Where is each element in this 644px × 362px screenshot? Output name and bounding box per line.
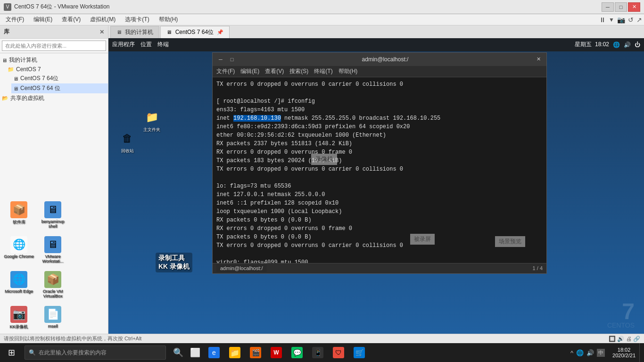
terminal-line: TX packets 183 bytes 20024 (19.5 KiB) (216, 156, 543, 165)
terminal-menu-terminal[interactable]: 终端(T) (314, 67, 332, 75)
centos-icon-folder[interactable]: 📁 主文件夹 (137, 109, 167, 133)
vmware-window: V CentOS 7 64位 - VMware Workstation ─ □ … (0, 0, 644, 343)
taskbar-app-search[interactable]: 🔍 (170, 343, 187, 362)
taskbar-search-placeholder: 在此里输入你要搜索的内容 (39, 349, 107, 357)
vm-sidebar: 库 ✕ 🖥 我的计算机 📁 CentOS 7 🖥 CentOS 7 64位 (0, 25, 108, 334)
volume-icon: 🔊 (624, 41, 631, 48)
sidebar-search-input[interactable] (2, 41, 106, 51)
terminal-menu-edit[interactable]: 编辑(E) (240, 67, 259, 75)
show-desktop-button[interactable] (639, 343, 642, 362)
vmware-status-text: 请按回到以将控制权转移给虚拟机中的系统，再次按 Ctrl+Alt (4, 335, 141, 342)
icon-virtualbox[interactable]: 📦 Oracle VM VirtualBox (38, 271, 68, 298)
terminal-line: RX errors 0 dropped 0 overruns 0 frame 0 (216, 148, 543, 156)
sidebar-close[interactable]: ✕ (99, 29, 104, 35)
vmware-title: CentOS 7 64位 - VMware Workstation (14, 3, 602, 11)
terminal-close[interactable]: ✕ (534, 56, 543, 63)
vm-tabs: 🖥 我的计算机 🖥 CentOS 7 64位 📌 (108, 25, 644, 38)
terminal-menu-help[interactable]: 帮助(H) (339, 67, 358, 75)
terminal-line: RX errors 0 dropped 0 overruns 0 frame 0 (216, 224, 543, 233)
power-icon: ⏻ (635, 41, 640, 48)
terminal-bottom-tab[interactable]: admin@localhost:/ (216, 264, 267, 272)
close-button[interactable]: ✕ (628, 2, 640, 12)
terminal-line: [ root@localhost /]# ifconfig (216, 97, 543, 106)
centos-folder-area: 📁 主文件夹 (137, 109, 167, 133)
snapshot-icon[interactable]: 📷 (617, 16, 625, 24)
tray-network[interactable]: 🌐 (576, 349, 584, 356)
menu-vm[interactable]: 虚拟机(M) (86, 15, 119, 25)
tab-centos[interactable]: 🖥 CentOS 7 64位 📌 (160, 26, 230, 38)
terminal-statusbar: admin@localhost:/ 1 / 4 (213, 263, 546, 273)
tab-my-computer[interactable]: 🖥 我的计算机 (110, 26, 159, 38)
menu-tabs[interactable]: 选项卡(T) (121, 15, 153, 25)
taskbar-app-chat[interactable]: 💬 (287, 343, 307, 362)
system-clock[interactable]: 18:02 2020/2/21 (609, 347, 639, 358)
start-button[interactable]: ⊞ (0, 343, 23, 362)
taskbar-search-box[interactable]: 🔍 在此里输入你要搜索的内容 (25, 346, 166, 360)
tree-item-centos64-2[interactable]: 🖥 CentOS 7 64 位 (11, 83, 108, 93)
taskbar-app-media[interactable]: 🎬 (245, 343, 266, 362)
menu-view[interactable]: 查看(V) (58, 15, 84, 25)
icon-chrome[interactable]: 🌐 Google Chrome (4, 236, 34, 263)
taskbar-app-store[interactable]: 🛒 (349, 343, 370, 362)
taskbar-app-wps[interactable]: W (266, 343, 287, 362)
taskbar-app-folder[interactable]: 📁 (224, 343, 245, 362)
terminal-menubar: 文件(F) 编辑(E) 查看(V) 搜索(S) 终端(T) 帮助(H) (213, 66, 546, 77)
centos-icon-trash[interactable]: 🗑 回收站 (112, 130, 142, 154)
tree-item-my-computer[interactable]: 🖥 我的计算机 (0, 55, 108, 65)
vmware-status-bar: 请按回到以将控制权转移给虚拟机中的系统，再次按 Ctrl+Alt 🔲 🔊 🖨 🔗 (0, 334, 644, 343)
tree-item-centos[interactable]: 📁 CentOS 7 (6, 65, 108, 74)
terminal-content[interactable]: TX errors 0 dropped 0 overruns 0 carrier… (213, 77, 546, 263)
centos-text-bg: CENTOS (607, 321, 635, 329)
revert-icon[interactable]: ↺ (628, 16, 634, 24)
terminal-line: inet6 fe80::e9d2:2393:d6ca:59d3 prefixle… (216, 123, 543, 131)
terminal-window: ─ □ admin@localhost:/ ✕ 文件(F) 编辑(E) 查看(V… (212, 52, 547, 274)
centos-panel: 应用程序 位置 终端 星期五 18:02 🌐 🔊 ⏻ (108, 38, 644, 51)
menu-file[interactable]: 文件(F) (2, 15, 28, 25)
icon-msell[interactable]: 📄 msell (38, 306, 68, 330)
share-icon[interactable]: ↗ (636, 16, 642, 24)
centos-desktop-icons: 🗑 回收站 (112, 55, 142, 154)
terminal-menu-file[interactable]: 文件(F) (216, 67, 235, 75)
taskbar-app-antivirus[interactable]: 🛡 (328, 343, 349, 362)
taskbar-right: ^ 🌐 🔊 中 18:02 2020/2/21 (570, 343, 644, 362)
system-tray-icons: ^ 🌐 🔊 中 (570, 349, 605, 357)
taskbar-app-phone[interactable]: 📱 (307, 343, 328, 362)
pause-icon[interactable]: ⏸ (599, 16, 606, 24)
tree-item-shared-vm[interactable]: 📂 共享的虚拟机 (0, 93, 108, 103)
centos-apps-menu[interactable]: 应用程序 (112, 41, 135, 49)
icon-edge[interactable]: 🌐 Microsoft Edge (4, 271, 34, 298)
search-icon: 🔍 (29, 349, 36, 356)
terminal-line: loop txqueuelen 1000 (Local Loopback) (216, 207, 543, 216)
centos-desktop: 应用程序 位置 终端 星期五 18:02 🌐 🔊 ⏻ (108, 38, 644, 334)
terminal-maximize[interactable]: □ (228, 56, 236, 63)
tray-volume[interactable]: 🔊 (586, 349, 594, 356)
terminal-minimize[interactable]: ─ (216, 56, 225, 63)
minimize-button[interactable]: ─ (602, 2, 614, 12)
terminal-line: ether 00:0c:29:56:d2:62 txqueuelen 1000 … (216, 131, 543, 140)
terminal-line: TX errors 0 dropped 0 overruns 0 carrier… (216, 241, 543, 250)
icon-software[interactable]: 📦 软件库 (4, 201, 34, 229)
centos-terminal-menu[interactable]: 终端 (157, 41, 169, 49)
terminal-menu-view[interactable]: 查看(V) (265, 67, 284, 75)
tray-input-method[interactable]: 中 (597, 349, 605, 357)
icon-kk[interactable]: 📷 KK录像机 (4, 306, 34, 330)
terminal-line: RX packets 0 bytes 0 (0.0 B) (216, 216, 543, 224)
icon-vmwarews[interactable]: 🖥 VMware Workstati... (38, 236, 68, 263)
terminal-menu-search[interactable]: 搜索(S) (289, 67, 308, 75)
vm-status-icons: 🔲 🔊 🖨 🔗 (609, 336, 640, 342)
icon-shell[interactable]: 🖥 benyaminvp shell (38, 201, 68, 229)
sidebar-header: 库 ✕ (0, 25, 108, 39)
terminal-line: RX packets 2337 bytes 151813 (148.2 KiB) (216, 140, 543, 148)
taskbar-app-edge[interactable]: e (204, 343, 224, 362)
terminal-line (216, 173, 543, 182)
vmware-titlebar: V CentOS 7 64位 - VMware Workstation ─ □ … (0, 0, 644, 14)
menu-help[interactable]: 帮助(H) (155, 15, 182, 25)
maximize-button[interactable]: □ (615, 2, 627, 12)
taskbar-app-task-view[interactable]: ⬜ (187, 343, 204, 362)
centos-location-menu[interactable]: 位置 (140, 41, 152, 49)
terminal-line: inet 192.168.10.130 netmask 255.255.255.… (216, 114, 543, 123)
tray-expand[interactable]: ^ (570, 349, 573, 356)
tree-item-centos64-1[interactable]: 🖥 CentOS 7 64位 (11, 74, 108, 83)
menu-edit[interactable]: 编辑(E) (30, 15, 56, 25)
terminal-line: TX errors 0 dropped 0 overruns 0 carrier… (216, 80, 543, 89)
